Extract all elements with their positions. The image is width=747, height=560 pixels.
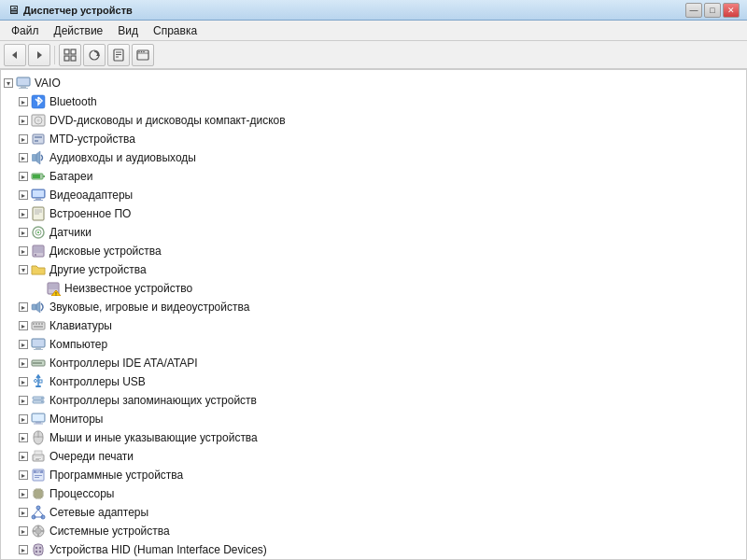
tree-item-cpu[interactable]: ▸ Процессоры (1, 484, 746, 503)
expand-arrow[interactable]: ▸ (19, 302, 28, 312)
svg-rect-43 (34, 246, 43, 253)
tree-item-vaio[interactable]: ▾ VAIO (1, 74, 746, 92)
expand-arrow[interactable]: ▸ (19, 452, 28, 461)
expand-arrow[interactable]: ▸ (19, 190, 28, 200)
tree-item-other[interactable]: ▾ Другие устройства (1, 260, 746, 279)
expand-icon[interactable]: ▸ (16, 150, 31, 165)
tree-item-ide[interactable]: ▸ Контроллеры IDE ATA/ATAPI (1, 354, 746, 372)
expand-icon[interactable]: ▸ (16, 318, 31, 333)
expand-arrow[interactable]: ▸ (19, 97, 28, 106)
menu-file[interactable]: Файл (4, 22, 47, 39)
menu-help[interactable]: Справка (146, 22, 204, 39)
expand-icon[interactable]: ▸ (16, 542, 31, 557)
tree-item-keyboard[interactable]: ▸ Клавиатуры (1, 316, 746, 335)
tree-item-sensors[interactable]: ▸ Датчики (1, 223, 746, 242)
expand-icon[interactable]: ▸ (16, 505, 31, 520)
item-icon-mtd (31, 132, 46, 147)
tree-item-computer[interactable]: ▸ Компьютер (1, 335, 746, 354)
expand-icon[interactable]: ▸ (16, 430, 31, 445)
show-hide-button[interactable] (59, 44, 81, 66)
expand-icon[interactable]: ▸ (16, 412, 31, 427)
tree-item-bluetooth[interactable]: ▸ Bluetooth (1, 92, 746, 111)
tree-item-audio[interactable]: ▸ Аудиовходы и аудиовыходы (1, 148, 746, 167)
tree-item-dvd[interactable]: ▸ DVD-дисководы и дисководы компакт-диск… (1, 111, 746, 130)
item-label-print-queue: Очереди печати (49, 450, 134, 463)
expand-icon[interactable]: ▸ (16, 188, 31, 203)
expand-icon[interactable]: ▸ (16, 356, 31, 371)
tree-item-mice[interactable]: ▸ Мыши и иные указывающие устройства (1, 428, 746, 447)
expand-icon[interactable]: ▸ (16, 393, 31, 408)
expand-icon[interactable]: ▾ (1, 76, 16, 91)
expand-arrow[interactable]: ▸ (19, 153, 28, 162)
tree-item-sound[interactable]: ▸ Звуковые, игровые и видеоустройства (1, 298, 746, 316)
tree-item-system[interactable]: ▸ Системные устройства (1, 522, 746, 540)
expand-arrow[interactable]: ▾ (4, 78, 13, 88)
tree-item-video[interactable]: ▸ Видеоадаптеры (1, 186, 746, 204)
expand-arrow[interactable]: ▸ (19, 545, 28, 554)
expand-icon[interactable]: ▸ (16, 94, 31, 109)
expand-arrow[interactable]: ▸ (19, 340, 28, 349)
tree-item-network[interactable]: ▸ Сетевые адаптеры (1, 503, 746, 522)
menu-view[interactable]: Вид (110, 22, 146, 39)
back-button[interactable] (4, 44, 26, 66)
svg-rect-26 (35, 140, 38, 142)
tree-item-battery[interactable]: ▸ Батареи (1, 167, 746, 186)
expand-arrow[interactable]: ▸ (19, 414, 28, 424)
expand-arrow[interactable]: ▸ (19, 172, 28, 181)
expand-icon[interactable]: ▸ (16, 132, 31, 147)
svg-rect-57 (35, 347, 41, 349)
tree-item-hid[interactable]: ▸ Устройства HID (Human Interface Device… (1, 540, 746, 559)
tree-item-unknown[interactable]: !Неизвестное устройство (1, 279, 746, 298)
properties-button[interactable] (107, 44, 130, 66)
maximize-button[interactable]: □ (704, 3, 721, 18)
expand-icon[interactable]: ▸ (16, 244, 31, 259)
expand-arrow[interactable]: ▸ (19, 116, 28, 125)
expand-arrow[interactable]: ▸ (19, 396, 28, 405)
close-button[interactable]: ✕ (723, 3, 740, 18)
expand-arrow[interactable]: ▸ (19, 228, 28, 237)
svg-point-15 (141, 50, 143, 52)
expand-icon[interactable]: ▸ (16, 486, 31, 501)
expand-arrow[interactable]: ▸ (19, 508, 28, 517)
console-button[interactable] (132, 44, 154, 66)
svg-rect-89 (35, 491, 41, 497)
expand-arrow[interactable]: ▸ (19, 489, 28, 498)
expand-icon[interactable]: ▸ (16, 524, 31, 539)
expand-arrow[interactable]: ▸ (19, 246, 28, 256)
expand-arrow[interactable]: ▸ (19, 433, 28, 442)
expand-arrow[interactable]: ▸ (19, 134, 28, 144)
expand-icon[interactable]: ▸ (16, 337, 31, 352)
update-driver-button[interactable] (83, 44, 106, 66)
tree-item-monitors[interactable]: ▸ Мониторы (1, 410, 746, 428)
tree-item-software[interactable]: ▸ SWПрограммные устройства (1, 466, 746, 484)
item-icon-firmware (31, 206, 46, 221)
expand-icon[interactable]: ▸ (16, 300, 31, 315)
tree-item-print-queue[interactable]: ▸ Очереди печати (1, 447, 746, 466)
expand-icon[interactable]: ▸ (16, 468, 31, 483)
tree-item-firmware[interactable]: ▸ Встроенное ПО (1, 204, 746, 223)
tree-item-usb[interactable]: ▸ Контроллеры USB (1, 372, 746, 391)
expand-arrow[interactable]: ▾ (19, 265, 28, 274)
expand-arrow[interactable]: ▸ (19, 526, 28, 536)
minimize-button[interactable]: — (685, 3, 702, 18)
expand-icon[interactable]: ▸ (16, 113, 31, 128)
expand-icon[interactable]: ▾ (16, 262, 31, 277)
menu-action[interactable]: Действие (47, 22, 111, 39)
tree-item-mtd[interactable]: ▸ MTD-устройства (1, 130, 746, 148)
expand-arrow[interactable]: ▸ (19, 470, 28, 480)
expand-arrow[interactable]: ▸ (19, 321, 28, 330)
device-tree-panel[interactable]: ▾ VAIO ▸ Bluetooth ▸ DVD-дисководы и дис… (0, 69, 747, 560)
expand-icon[interactable]: ▸ (16, 374, 31, 389)
expand-icon[interactable]: ▸ (16, 225, 31, 240)
expand-icon[interactable]: ▸ (16, 449, 31, 464)
tree-item-storage[interactable]: ▸ Контроллеры запоминающих устройств (1, 391, 746, 410)
expand-arrow[interactable]: ▸ (19, 377, 28, 386)
expand-icon[interactable]: ▸ (16, 206, 31, 221)
expand-arrow[interactable]: ▸ (19, 358, 28, 368)
expand-icon[interactable]: ▸ (16, 169, 31, 184)
expand-arrow[interactable]: ▸ (19, 209, 28, 218)
item-label-sensors: Датчики (49, 226, 92, 239)
tree-item-disks[interactable]: ▸ Дисковые устройства (1, 242, 746, 260)
item-icon-keyboard (31, 318, 46, 333)
forward-button[interactable] (28, 44, 50, 66)
